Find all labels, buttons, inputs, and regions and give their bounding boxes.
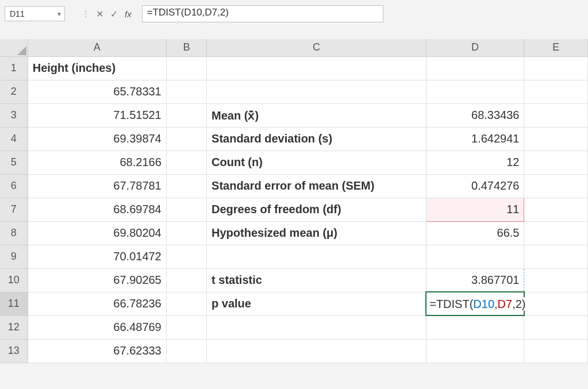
cell-D1[interactable] [426,56,524,80]
cell-A6[interactable]: 67.78781 [28,174,166,198]
cell-C6[interactable]: Standard error of mean (SEM) [207,174,426,198]
row-header-8[interactable]: 8 [0,221,28,245]
row-header-5[interactable]: 5 [0,151,28,174]
cell-D3[interactable]: 68.33436 [426,103,524,127]
cell-D8[interactable]: 66.5 [426,221,524,245]
cell-B2[interactable] [166,80,206,103]
cell-C3[interactable]: Mean (x̄) [207,103,426,127]
cell-E1[interactable] [524,56,588,80]
cell-A5[interactable]: 68.2166 [28,151,166,174]
cell-C8[interactable]: Hypothesized mean (μ) [207,221,426,245]
cell-E12[interactable] [524,315,588,339]
cell-E8[interactable] [524,221,588,245]
row-header-7[interactable]: 7 [0,198,28,221]
select-all-corner[interactable] [0,39,28,56]
editing-formula: =TDIST(D10,D7,2) [429,297,525,310]
row-header-1[interactable]: 1 [0,56,28,80]
cell-C4[interactable]: Standard deviation (s) [207,127,426,151]
cell-E13[interactable] [524,339,588,363]
row-header-4[interactable]: 4 [0,127,28,151]
cell-E5[interactable] [524,151,588,174]
accept-formula-icon[interactable]: ✓ [110,9,118,20]
formula-bar: D11 ▼ ⋮ ✕ ✓ fx =TDIST(D10,D7,2) [0,0,588,28]
cell-A8[interactable]: 69.80204 [28,221,166,245]
cell-E9[interactable] [524,245,588,268]
cell-E10[interactable] [524,268,588,292]
cell-B1[interactable] [166,56,206,80]
row-header-2[interactable]: 2 [0,80,28,103]
cell-B10[interactable] [166,268,206,292]
divider-icon: ⋮ [82,10,89,18]
cell-C5[interactable]: Count (n) [207,151,426,174]
cell-B12[interactable] [166,315,206,339]
cell-A9[interactable]: 70.01472 [28,245,166,268]
col-header-A[interactable]: A [28,39,166,56]
spreadsheet-grid: A B C D E 1 Height (inches) 2 65.78331 3… [0,39,588,363]
formula-text: =TDIST(D10,D7,2) [147,7,229,18]
row-header-3[interactable]: 3 [0,103,28,127]
cell-E3[interactable] [524,103,588,127]
cell-B4[interactable] [166,127,206,151]
cell-B9[interactable] [166,245,206,268]
row-header-10[interactable]: 10 [0,268,28,292]
cell-C7[interactable]: Degrees of freedom (df) [207,198,426,221]
cell-B5[interactable] [166,151,206,174]
cell-B6[interactable] [166,174,206,198]
cell-D11[interactable]: =TDIST(D10,D7,2) [426,292,524,315]
col-header-E[interactable]: E [524,39,588,56]
cell-A2[interactable]: 65.78331 [28,80,166,103]
cell-B3[interactable] [166,103,206,127]
cell-B13[interactable] [166,339,206,363]
cell-D6[interactable]: 0.474276 [426,174,524,198]
cancel-formula-icon[interactable]: ✕ [96,9,103,20]
row-header-12[interactable]: 12 [0,315,28,339]
cell-E6[interactable] [524,174,588,198]
cell-A12[interactable]: 66.48769 [28,315,166,339]
cell-C13[interactable] [207,339,426,363]
cell-C10[interactable]: t statistic [207,268,426,292]
formula-buttons: ⋮ ✕ ✓ fx [82,9,136,20]
row-header-6[interactable]: 6 [0,174,28,198]
col-header-D[interactable]: D [426,39,524,56]
formula-input[interactable]: =TDIST(D10,D7,2) [142,5,383,22]
row-header-9[interactable]: 9 [0,245,28,268]
cell-B8[interactable] [166,221,206,245]
col-header-C[interactable]: C [207,39,426,56]
cell-A4[interactable]: 69.39874 [28,127,166,151]
cell-D13[interactable] [426,339,524,363]
cell-D7[interactable]: 11 [426,198,524,221]
cell-C1[interactable] [207,56,426,80]
cell-D12[interactable] [426,315,524,339]
cell-C9[interactable] [207,245,426,268]
cell-E4[interactable] [524,127,588,151]
cell-A10[interactable]: 67.90265 [28,268,166,292]
cell-C2[interactable] [207,80,426,103]
cell-D10[interactable]: 3.867701 [426,268,524,292]
cell-A3[interactable]: 71.51521 [28,103,166,127]
name-box-dropdown-icon[interactable]: ▼ [56,11,62,17]
name-box-value: D11 [10,9,25,18]
cell-D9[interactable] [426,245,524,268]
cell-A13[interactable]: 67.62333 [28,339,166,363]
cell-E2[interactable] [524,80,588,103]
fx-icon[interactable]: fx [125,9,132,19]
cell-D4[interactable]: 1.642941 [426,127,524,151]
cell-A11[interactable]: 66.78236 [28,292,166,315]
cell-C12[interactable] [207,315,426,339]
cell-C11[interactable]: p value [207,292,426,315]
cell-D5[interactable]: 12 [426,151,524,174]
cell-B11[interactable] [166,292,206,315]
row-header-13[interactable]: 13 [0,339,28,363]
cell-B7[interactable] [166,198,206,221]
cell-A1[interactable]: Height (inches) [28,56,166,80]
row-header-11[interactable]: 11 [0,292,28,315]
col-header-B[interactable]: B [166,39,206,56]
cell-A7[interactable]: 68.69784 [28,198,166,221]
cell-E11[interactable] [524,292,588,315]
cell-D2[interactable] [426,80,524,103]
cell-E7[interactable] [524,198,588,221]
name-box[interactable]: D11 ▼ [5,6,65,21]
